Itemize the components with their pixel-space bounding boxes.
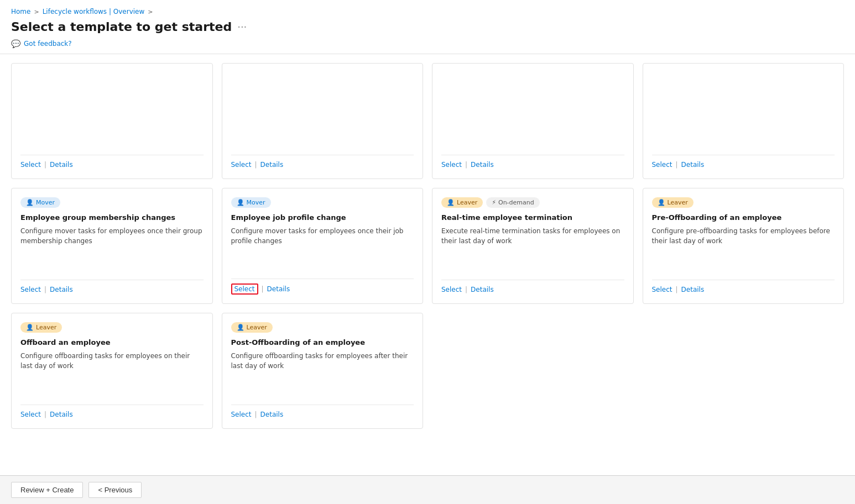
card-r1-1-details[interactable]: Details: [50, 160, 73, 170]
breadcrumb-sep1: >: [34, 8, 39, 15]
card-leaver-preoffboard: 👤 Leaver Pre-Offboarding of an employee …: [643, 188, 844, 304]
cards-row2: 👤 Mover Employee group membership change…: [11, 188, 844, 304]
card-leaver-realtime-details[interactable]: Details: [471, 285, 494, 295]
feedback-label: Got feedback?: [24, 40, 72, 48]
card-leaver-realtime: 👤 Leaver ⚡ On-demand Real-time employee …: [432, 188, 634, 304]
card-leaver-postoffboard: 👤 Leaver Post-Offboarding of an employee…: [222, 313, 424, 429]
card-r1-2-actions: Select | Details: [231, 155, 414, 170]
card-mover-job-details[interactable]: Details: [267, 284, 290, 294]
card-leaver-offboard-actions: Select | Details: [20, 405, 204, 419]
card-leaver-realtime-actions: Select | Details: [441, 280, 624, 295]
review-create-button[interactable]: Review + Create: [11, 482, 83, 498]
leaver-postoffboard-icon: 👤: [237, 324, 244, 331]
card-r1-2: Select | Details: [222, 63, 424, 179]
badge-mover-group: 👤 Mover: [20, 197, 60, 208]
badge-mover-job: 👤 Mover: [231, 197, 271, 208]
card-leaver-preoffboard-desc: Configure pre-offboarding tasks for empl…: [652, 226, 835, 271]
card-mover-group-desc: Configure mover tasks for employees once…: [20, 226, 204, 271]
card-leaver-preoffboard-select[interactable]: Select: [652, 285, 672, 295]
main-content: Select | Details Select | Details Select…: [0, 54, 855, 475]
card-leaver-realtime-title: Real-time employee termination: [441, 213, 624, 222]
badge-leaver-postoffboard: 👤 Leaver: [231, 322, 273, 333]
card-mover-job-actions: Select | Details: [231, 279, 414, 295]
card-leaver-offboard-details[interactable]: Details: [50, 410, 73, 419]
card-leaver-postoffboard-desc: Configure offboarding tasks for employee…: [231, 351, 414, 396]
breadcrumb: Home > Lifecycle workflows | Overview >: [0, 0, 855, 18]
card-leaver-postoffboard-title: Post-Offboarding of an employee: [231, 338, 414, 347]
card-mover-job-desc: Configure mover tasks for employees once…: [231, 226, 414, 270]
footer-bar: Review + Create < Previous: [0, 475, 855, 504]
card-mover-job-title: Employee job profile change: [231, 213, 414, 222]
card-r1-2-select[interactable]: Select: [231, 160, 252, 170]
card-leaver-offboard-desc: Configure offboarding tasks for employee…: [20, 351, 204, 396]
card-leaver-preoffboard-badges: 👤 Leaver: [652, 197, 835, 208]
cards-row1: Select | Details Select | Details Select…: [11, 63, 844, 179]
title-more-button[interactable]: ···: [237, 21, 247, 33]
leaver-offboard-icon: 👤: [26, 324, 34, 331]
card-r1-2-details[interactable]: Details: [260, 160, 284, 170]
card-r1-3-select[interactable]: Select: [441, 160, 462, 170]
badge-leaver-offboard: 👤 Leaver: [20, 322, 62, 333]
feedback-icon: 💬: [11, 39, 20, 48]
page-title-row: Select a template to get started ···: [0, 18, 855, 37]
breadcrumb-home[interactable]: Home: [11, 8, 30, 15]
card-mover-job-badges: 👤 Mover: [231, 197, 414, 208]
card-r1-4-details[interactable]: Details: [681, 160, 705, 170]
card-mover-group-actions: Select | Details: [20, 280, 204, 295]
card-leaver-realtime-select[interactable]: Select: [441, 285, 462, 295]
ondemand-icon: ⚡: [492, 199, 496, 206]
badge-leaver-realtime: 👤 Leaver: [441, 197, 483, 208]
card-leaver-realtime-desc: Execute real-time termination tasks for …: [441, 226, 624, 271]
card-mover-group-badges: 👤 Mover: [20, 197, 204, 208]
feedback-bar[interactable]: 💬 Got feedback?: [0, 37, 855, 54]
cards-row3: 👤 Leaver Offboard an employee Configure …: [11, 313, 844, 429]
card-mover-group-title: Employee group membership changes: [20, 213, 204, 222]
card-leaver-realtime-badges: 👤 Leaver ⚡ On-demand: [441, 197, 624, 208]
badge-leaver-preoffboard: 👤 Leaver: [652, 197, 694, 208]
card-r1-1-actions: Select | Details: [20, 155, 204, 170]
leaver-realtime-icon: 👤: [447, 199, 455, 206]
card-r1-3-details[interactable]: Details: [471, 160, 494, 170]
card-r1-4-actions: Select | Details: [652, 155, 835, 170]
card-leaver-postoffboard-details[interactable]: Details: [260, 410, 284, 419]
card-r1-3-actions: Select | Details: [441, 155, 624, 170]
card-r1-4: Select | Details: [643, 63, 844, 179]
card-mover-group-select[interactable]: Select: [20, 285, 41, 295]
breadcrumb-sep2: >: [148, 8, 153, 15]
card-leaver-postoffboard-select[interactable]: Select: [231, 410, 252, 419]
card-leaver-offboard-title: Offboard an employee: [20, 338, 204, 347]
page-title: Select a template to get started: [11, 20, 232, 34]
card-leaver-offboard-select[interactable]: Select: [20, 410, 41, 419]
card-mover-group-details[interactable]: Details: [50, 285, 73, 295]
card-leaver-postoffboard-badges: 👤 Leaver: [231, 322, 414, 333]
breadcrumb-lifecycle[interactable]: Lifecycle workflows | Overview: [43, 8, 145, 15]
mover-icon: 👤: [26, 199, 34, 206]
card-r1-4-select[interactable]: Select: [652, 160, 672, 170]
card-r1-1-select[interactable]: Select: [20, 160, 41, 170]
card-leaver-preoffboard-title: Pre-Offboarding of an employee: [652, 213, 835, 222]
card-mover-job-select[interactable]: Select: [231, 284, 258, 295]
card-leaver-offboard-badges: 👤 Leaver: [20, 322, 204, 333]
card-mover-group: 👤 Mover Employee group membership change…: [11, 188, 213, 304]
card-leaver-postoffboard-actions: Select | Details: [231, 405, 414, 419]
card-mover-job: 👤 Mover Employee job profile change Conf…: [222, 188, 424, 304]
mover-job-icon: 👤: [237, 199, 244, 206]
card-leaver-preoffboard-actions: Select | Details: [652, 280, 835, 295]
leaver-preoffboard-icon: 👤: [658, 199, 665, 206]
card-r1-1: Select | Details: [11, 63, 213, 179]
badge-ondemand-realtime: ⚡ On-demand: [486, 197, 540, 208]
card-leaver-offboard: 👤 Leaver Offboard an employee Configure …: [11, 313, 213, 429]
previous-button[interactable]: < Previous: [88, 482, 142, 498]
card-leaver-preoffboard-details[interactable]: Details: [681, 285, 705, 295]
card-r1-3: Select | Details: [432, 63, 634, 179]
